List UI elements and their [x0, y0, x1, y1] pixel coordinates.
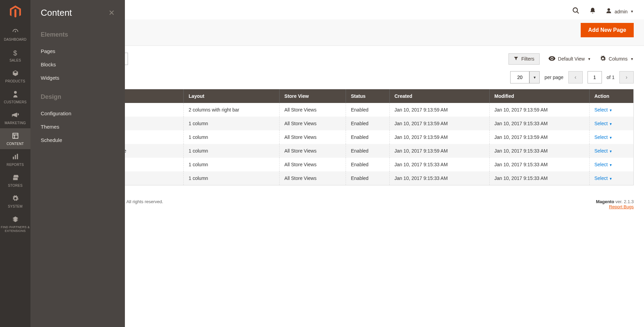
submenu-link-configuration[interactable]: Configuration [41, 107, 115, 120]
column-header[interactable]: Action [589, 89, 633, 103]
nav-label: CUSTOMERS [1, 100, 30, 104]
pages-grid: URL KeyLayoutStore ViewStatusCreatedModi… [41, 89, 634, 185]
cell-created: Jan 10, 2017 9:13:59 AM [389, 117, 489, 130]
columns-button[interactable]: Columns ▼ [600, 55, 634, 63]
layout-icon [1, 132, 30, 141]
cell-created: Jan 10, 2017 9:13:59 AM [389, 130, 489, 144]
cell-layout: 1 column [184, 144, 280, 158]
nav-system[interactable]: SYSTEM [0, 191, 30, 212]
cell-status: Enabled [346, 171, 389, 185]
bell-icon[interactable] [589, 7, 596, 16]
magento-logo-icon [9, 5, 22, 18]
cell-modified: Jan 10, 2017 9:15:33 AM [489, 117, 589, 130]
gear-icon [600, 55, 606, 63]
nav-label: SALES [1, 58, 30, 62]
cell-store: All Store Views [280, 171, 346, 185]
submenu-group-design: Design [41, 93, 115, 101]
nav-label: PRODUCTS [1, 79, 30, 83]
current-page-input[interactable] [588, 71, 602, 83]
content-submenu: Content ✕ Elements Pages Blocks Widgets … [30, 0, 125, 220]
per-page-dropdown[interactable]: ▼ [529, 71, 540, 83]
row-action-select[interactable]: Select ▼ [594, 121, 613, 126]
admin-user-label: admin [615, 9, 628, 14]
cell-layout: 1 column [184, 158, 280, 171]
filters-label: Filters [521, 56, 534, 62]
row-action-select[interactable]: Select ▼ [594, 148, 613, 154]
columns-label: Columns [609, 56, 628, 62]
user-icon [606, 8, 612, 15]
submenu-group-elements: Elements [41, 31, 115, 38]
chevron-down-icon: ▼ [630, 10, 634, 13]
submenu-link-widgets[interactable]: Widgets [41, 71, 115, 84]
cell-store: All Store Views [280, 158, 346, 171]
chevron-down-icon: ▼ [588, 57, 591, 61]
default-view-button[interactable]: Default View ▼ [549, 56, 591, 62]
cell-status: Enabled [346, 144, 389, 158]
nav-dashboard[interactable]: DASHBOARD [0, 24, 30, 45]
cell-status: Enabled [346, 158, 389, 171]
close-icon[interactable]: ✕ [108, 9, 115, 17]
filters-button[interactable]: Filters [508, 53, 539, 65]
cell-created: Jan 10, 2017 9:15:33 AM [389, 171, 489, 185]
version-label: Magento [596, 199, 614, 204]
nav-content[interactable]: CONTENT [0, 128, 30, 149]
nav-marketing[interactable]: MARKETING [0, 107, 30, 128]
per-page-input[interactable] [510, 71, 529, 83]
row-action-select[interactable]: Select ▼ [594, 134, 613, 140]
cell-layout: 1 column [184, 130, 280, 144]
table-row[interactable]: home1 columnAll Store ViewsEnabledJan 10… [41, 117, 633, 130]
table-row[interactable]: customer-service1 columnAll Store ViewsE… [41, 171, 633, 185]
submenu-link-pages[interactable]: Pages [41, 44, 115, 58]
svg-point-7 [573, 8, 578, 12]
row-action-select[interactable]: Select ▼ [594, 107, 613, 113]
column-header[interactable]: Store View [280, 89, 346, 103]
row-action-select[interactable]: Select ▼ [594, 175, 613, 181]
cube-icon [1, 70, 30, 78]
cell-status: Enabled [346, 117, 389, 130]
add-new-page-button[interactable]: Add New Page [581, 23, 634, 37]
chevron-down-icon: ▼ [609, 108, 613, 112]
nav-sales[interactable]: $SALES [0, 45, 30, 66]
submenu-link-themes[interactable]: Themes [41, 120, 115, 133]
next-page-button[interactable]: › [619, 71, 634, 83]
svg-rect-6 [17, 154, 18, 159]
cell-modified: Jan 10, 2017 9:15:33 AM [489, 158, 589, 171]
bar-chart-icon [1, 153, 30, 161]
submenu-link-blocks[interactable]: Blocks [41, 58, 115, 71]
column-header[interactable]: Modified [489, 89, 589, 103]
logo[interactable] [0, 0, 30, 24]
person-icon [1, 91, 30, 99]
admin-user-menu[interactable]: admin ▼ [606, 8, 634, 15]
svg-rect-5 [15, 155, 16, 159]
nav-label: SYSTEM [1, 205, 30, 208]
submenu-link-schedule[interactable]: Schedule [41, 133, 115, 147]
chevron-down-icon: ▼ [609, 149, 613, 153]
search-icon[interactable] [572, 7, 580, 16]
table-row[interactable]: enable-cookies1 columnAll Store ViewsEna… [41, 130, 633, 144]
table-row[interactable]: privacy-policy-cookie-restriction-mode1 … [41, 144, 633, 158]
chevron-down-icon: ▼ [609, 136, 613, 140]
prev-page-button[interactable]: ‹ [568, 71, 583, 83]
megaphone-icon [1, 112, 30, 120]
svg-rect-1 [13, 133, 18, 139]
eye-icon [549, 56, 555, 62]
report-bugs-link[interactable]: Report Bugs [609, 204, 634, 209]
table-row[interactable]: about-us1 columnAll Store ViewsEnabledJa… [41, 158, 633, 171]
column-header[interactable]: Created [389, 89, 489, 103]
column-header[interactable]: Status [346, 89, 389, 103]
table-row[interactable]: no-route2 columns with right barAll Stor… [41, 103, 633, 117]
nav-partners[interactable]: FIND PARTNERS & EXTENSIONS [0, 212, 30, 220]
column-header[interactable]: Layout [184, 89, 280, 103]
chevron-down-icon: ▼ [630, 57, 634, 61]
nav-stores[interactable]: STORES [0, 170, 30, 191]
nav-products[interactable]: PRODUCTS [0, 66, 30, 87]
nav-label: MARKETING [1, 121, 30, 125]
version-value: ver. 2.1.3 [614, 199, 634, 204]
nav-customers[interactable]: CUSTOMERS [0, 87, 30, 107]
cell-modified: Jan 10, 2017 9:13:59 AM [489, 130, 589, 144]
cell-status: Enabled [346, 130, 389, 144]
row-action-select[interactable]: Select ▼ [594, 162, 613, 167]
nav-reports[interactable]: REPORTS [0, 149, 30, 170]
gear-icon [1, 195, 30, 203]
storefront-icon [1, 174, 30, 182]
